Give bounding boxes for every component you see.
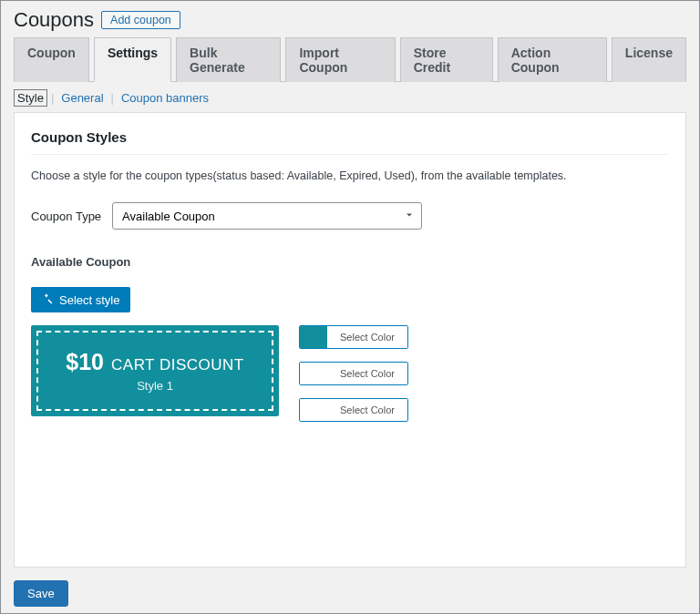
coupon-style-name: Style 1 (137, 379, 173, 393)
coupon-type-row: Coupon Type Available Coupon (31, 202, 669, 230)
color-pickers: Select Color Select Color Select Color (299, 325, 408, 422)
panel-description: Choose a style for the coupon types(stat… (31, 169, 669, 182)
tab-bulk-generate[interactable]: Bulk Generate (176, 37, 281, 82)
color-label: Select Color (327, 326, 407, 348)
add-coupon-button[interactable]: Add coupon (101, 11, 180, 29)
settings-panel: Coupon Styles Choose a style for the cou… (14, 112, 686, 568)
coupon-amount: $10 (66, 349, 104, 375)
coupon-text: CART DISCOUNT (111, 356, 244, 374)
color-picker-2[interactable]: Select Color (299, 362, 408, 385)
subtab-style[interactable]: Style (14, 89, 47, 107)
tab-action-coupon[interactable]: Action Coupon (498, 37, 607, 82)
tab-settings[interactable]: Settings (94, 37, 171, 82)
page-header: Coupons Add coupon (1, 1, 699, 37)
swatch-icon (300, 399, 327, 421)
coupon-type-select-wrap: Available Coupon (112, 202, 422, 230)
panel-heading: Coupon Styles (31, 129, 669, 155)
subtab-coupon-banners[interactable]: Coupon banners (118, 89, 212, 107)
subtab-general[interactable]: General (57, 89, 107, 107)
swatch-icon (300, 326, 327, 348)
color-picker-3[interactable]: Select Color (299, 398, 408, 422)
tab-license[interactable]: License (612, 37, 686, 82)
save-button[interactable]: Save (14, 580, 68, 607)
tab-import-coupon[interactable]: Import Coupon (285, 37, 395, 82)
nav-tabs: Coupon Settings Bulk Generate Import Cou… (14, 37, 686, 82)
sub-tabs: Style | General | Coupon banners (1, 82, 699, 112)
coupon-type-label: Coupon Type (31, 210, 101, 223)
coupon-preview-card: $10 CART DISCOUNT Style 1 (31, 325, 279, 416)
page-title: Coupons (14, 8, 94, 32)
select-style-button[interactable]: Select style (31, 287, 130, 312)
tab-store-credit[interactable]: Store Credit (400, 37, 493, 82)
select-style-label: Select style (59, 293, 119, 307)
color-label: Select Color (327, 399, 407, 421)
styles-row: $10 CART DISCOUNT Style 1 Select Color S… (31, 325, 669, 422)
coupon-type-select[interactable]: Available Coupon (112, 202, 422, 230)
color-picker-1[interactable]: Select Color (299, 325, 408, 349)
coupon-preview-inner: $10 CART DISCOUNT Style 1 (36, 331, 273, 411)
coupon-main-line: $10 CART DISCOUNT (66, 349, 243, 375)
wand-icon (42, 292, 54, 307)
available-coupon-label: Available Coupon (31, 255, 669, 269)
swatch-icon (300, 363, 327, 384)
tab-coupon[interactable]: Coupon (14, 37, 89, 82)
color-label: Select Color (327, 363, 407, 384)
footer: Save (1, 568, 699, 614)
